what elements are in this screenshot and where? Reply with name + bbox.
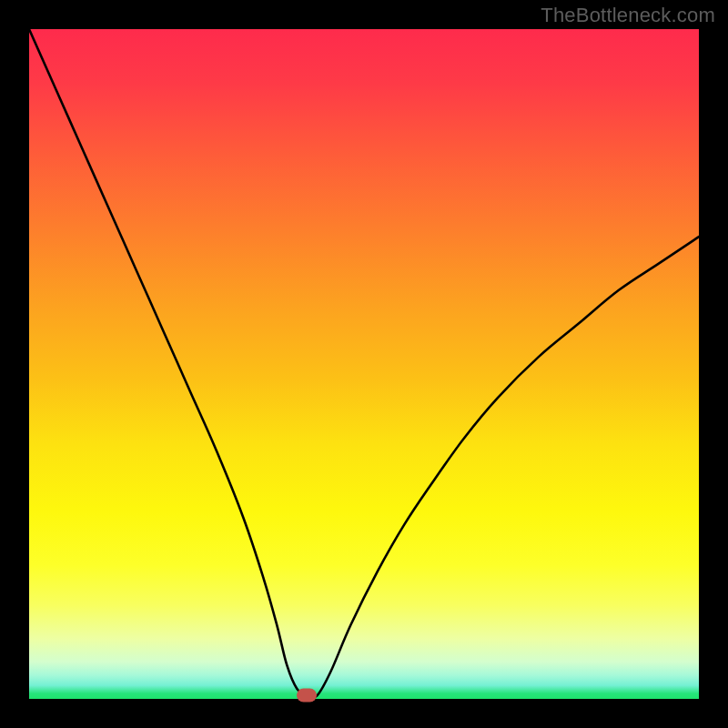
optimal-point-marker [297,689,317,703]
bottleneck-curve [29,29,699,698]
curve-svg [29,29,699,699]
plot-area [29,29,699,699]
watermark-text: TheBottleneck.com [541,4,715,27]
chart-frame: TheBottleneck.com [0,0,728,728]
